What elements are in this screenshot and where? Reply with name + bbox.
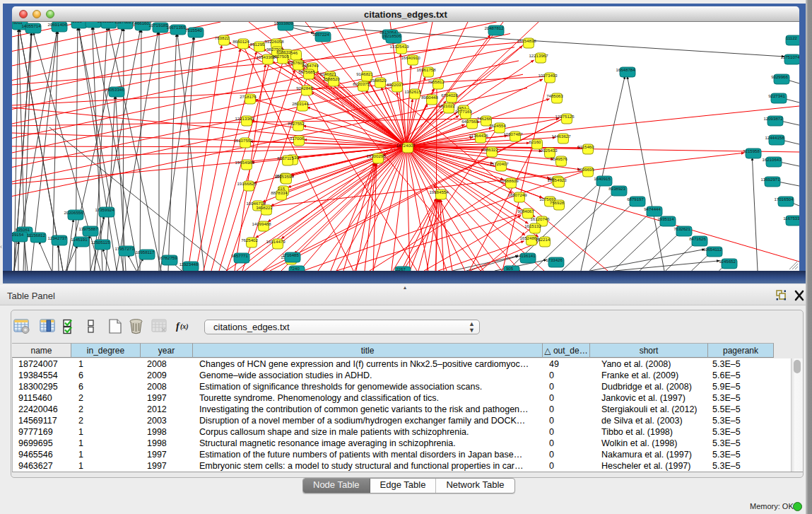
svg-text:13975887: 13975887: [78, 226, 98, 231]
svg-text:20691406: 20691406: [47, 22, 67, 27]
svg-text:1145191: 1145191: [71, 237, 88, 242]
svg-text:16107552: 16107552: [233, 138, 253, 143]
svg-text:9777169: 9777169: [455, 109, 472, 114]
svg-text:2718176: 2718176: [240, 94, 257, 99]
svg-text:13325419: 13325419: [389, 44, 409, 49]
svg-text:12505115: 12505115: [91, 240, 110, 245]
svg-text:9357224: 9357224: [312, 32, 329, 37]
svg-text:12342737: 12342737: [47, 235, 67, 240]
svg-text:7625402: 7625402: [241, 238, 258, 243]
svg-text:39154: 39154: [12, 232, 24, 237]
svg-text:12213967: 12213967: [529, 53, 548, 58]
svg-text:3215958: 3215958: [743, 148, 760, 153]
svg-text:835061: 835061: [16, 227, 30, 232]
svg-text:17016504: 17016504: [774, 197, 794, 201]
svg-text:19218506: 19218506: [382, 33, 401, 38]
svg-text:8267115: 8267115: [277, 156, 294, 160]
svg-text:7485063: 7485063: [546, 93, 563, 98]
svg-text:3716485: 3716485: [282, 252, 299, 257]
svg-text:6879197: 6879197: [627, 197, 644, 201]
svg-text:1588520: 1588520: [370, 78, 387, 83]
svg-text:15720407: 15720407: [489, 161, 509, 166]
svg-text:16752: 16752: [86, 22, 98, 23]
svg-text:2803144: 2803144: [292, 101, 309, 106]
svg-text:21364436: 21364436: [469, 133, 488, 138]
svg-text:14136141: 14136141: [516, 253, 536, 258]
svg-text:3624554: 3624554: [489, 123, 506, 128]
svg-text:19384554: 19384554: [429, 189, 449, 194]
svg-text:16648784: 16648784: [616, 67, 635, 72]
svg-text:17957273: 17957273: [114, 246, 134, 251]
svg-text:763822: 763822: [215, 35, 230, 40]
svg-text:2267: 2267: [396, 267, 406, 271]
svg-text:16210643: 16210643: [762, 157, 782, 162]
svg-text:8990448: 8990448: [421, 95, 438, 100]
svg-text:11156812: 11156812: [27, 233, 46, 238]
svg-text:9474444: 9474444: [644, 206, 661, 211]
svg-text:1733426: 1733426: [546, 257, 563, 262]
svg-text:14055714: 14055714: [21, 23, 41, 28]
svg-text:8454749: 8454749: [302, 63, 319, 68]
svg-text:7986322: 7986322: [481, 147, 498, 152]
svg-text:8878334: 8878334: [271, 190, 288, 195]
svg-text:9699695: 9699695: [577, 167, 594, 172]
svg-text:7515540: 7515540: [185, 28, 202, 33]
svg-text:8471626: 8471626: [689, 236, 706, 241]
svg-text:16154838: 16154838: [517, 38, 536, 43]
svg-text:1615132: 1615132: [524, 223, 541, 228]
svg-text:3549576: 3549576: [551, 156, 567, 161]
svg-text:8220375: 8220375: [353, 81, 370, 86]
svg-text:14463627: 14463627: [551, 134, 571, 139]
svg-text:8938923: 8938923: [608, 186, 625, 191]
svg-text:10719185: 10719185: [148, 23, 168, 28]
svg-text:17359924: 17359924: [95, 207, 114, 212]
svg-text:15751074: 15751074: [780, 54, 799, 59]
svg-text:5875685: 5875685: [298, 69, 315, 74]
svg-text:1640915: 1640915: [594, 176, 611, 181]
svg-text:20487812: 20487812: [484, 25, 504, 30]
svg-text:9115460: 9115460: [577, 144, 594, 149]
svg-text:1621022: 1621022: [438, 103, 455, 108]
svg-text:8427552: 8427552: [288, 121, 305, 126]
svg-text:1167533: 1167533: [783, 216, 799, 221]
svg-text:19166825: 19166825: [237, 181, 257, 186]
svg-text:8660124: 8660124: [233, 39, 249, 44]
svg-text:9327505: 9327505: [272, 54, 289, 59]
svg-text:6322037: 6322037: [387, 82, 404, 87]
svg-text:10025433: 10025433: [538, 148, 558, 153]
svg-text:19300295: 19300295: [366, 153, 386, 158]
svg-text:10973493: 10973493: [538, 73, 558, 78]
svg-text:11122: 11122: [786, 35, 798, 40]
svg-text:7955812: 7955812: [428, 79, 445, 84]
svg-text:9146821: 9146821: [356, 71, 373, 76]
svg-text:16120746: 16120746: [530, 216, 550, 221]
svg-text:16671355: 16671355: [166, 25, 186, 30]
svg-text:16961758: 16961758: [416, 67, 436, 72]
svg-text:18724007: 18724007: [396, 143, 416, 148]
svg-text:15353594: 15353594: [274, 174, 294, 179]
svg-text:7632621: 7632621: [673, 226, 690, 231]
svg-text:317006: 317006: [290, 136, 305, 141]
svg-text:62160: 62160: [529, 139, 542, 144]
svg-text:891295: 891295: [250, 42, 265, 47]
svg-text:3498222: 3498222: [256, 205, 273, 210]
svg-text:13654923: 13654923: [547, 177, 567, 182]
svg-text:6794028: 6794028: [441, 93, 458, 98]
svg-text:12213363: 12213363: [235, 116, 254, 121]
svg-text:6497568: 6497568: [461, 119, 478, 124]
svg-text:9227341: 9227341: [768, 93, 785, 98]
svg-text:9245652: 9245652: [719, 259, 736, 264]
svg-text:9084067: 9084067: [517, 209, 534, 214]
svg-text:13692971: 13692971: [760, 177, 780, 182]
svg-text:9146821: 9146821: [319, 71, 336, 76]
svg-text:12975125: 12975125: [555, 114, 575, 119]
svg-text:746266: 746266: [477, 116, 492, 121]
svg-text:20206556: 20206556: [64, 210, 83, 215]
svg-text:6466160: 6466160: [132, 22, 149, 25]
svg-text:16033809: 16033809: [273, 22, 293, 25]
svg-text:16640910: 16640910: [401, 55, 420, 60]
svg-text:1527602: 1527602: [114, 22, 131, 24]
svg-text:29053346: 29053346: [105, 87, 124, 92]
svg-text:10655287: 10655287: [97, 22, 117, 23]
svg-text:1362615: 1362615: [404, 89, 421, 94]
